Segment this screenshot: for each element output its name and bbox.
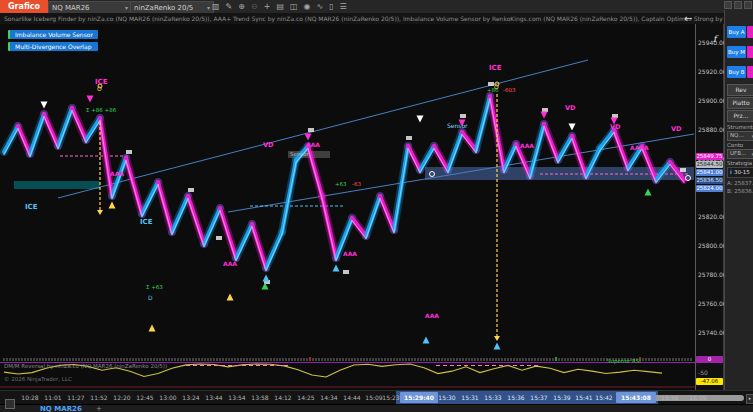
flatten-button[interactable]: Piatto: [727, 97, 753, 109]
back-arrow-icon[interactable]: ←: [684, 13, 692, 24]
legend-chip-imbalance[interactable]: Imbalance Volume Sensor: [8, 30, 98, 39]
time-tick-label: 15:56: [661, 394, 678, 401]
price-tick: 25940.00: [698, 39, 727, 46]
buy-button-market[interactable]: Buy M: [727, 46, 746, 58]
toolbar: Grafico NQ MAR26 ▾ ninZaRenko 20/5 ▾ ▥✎⊕…: [0, 0, 753, 14]
time-tick-label: 10:28: [21, 394, 38, 401]
legend-chip-divergence[interactable]: Multi-Divergence Overlap: [8, 42, 98, 51]
sell-signal-triangle: [417, 116, 424, 123]
osc-zero-marker: 0: [696, 356, 723, 363]
time-tick-label: 12:45: [136, 394, 153, 401]
downswing-ribbon: [158, 185, 172, 235]
price-marker: 25849.75: [696, 153, 723, 160]
chart-annotation: ICE: [489, 64, 502, 72]
price-axis[interactable]: f 25940.0025920.0025900.0025880.0025860.…: [696, 24, 724, 390]
upswing-ribbon: [236, 224, 252, 258]
chevron-down-icon: ▾: [125, 3, 128, 13]
time-tick-label: 14:44: [343, 394, 360, 401]
price-marker: 25841.00: [696, 169, 723, 176]
chart-annotation: VD: [565, 104, 576, 112]
chart-canvas[interactable]: ICEICEICEICEVDVDVDVDAAAAAAAAAAAAAAAAAAAA…: [0, 24, 696, 356]
upswing-ribbon: [266, 232, 282, 268]
time-tick-label: 13:44: [205, 394, 222, 401]
indicator-list-text: Sonarlike Iceberg Finder by ninZa.co (NQ…: [4, 15, 753, 22]
price-button[interactable]: Prz...: [727, 110, 753, 122]
sell-button-partial[interactable]: [747, 66, 753, 78]
camera-icon[interactable]: ◉: [304, 0, 311, 13]
price-flag: [542, 108, 548, 112]
upswing-ribbon: [30, 114, 44, 154]
price-flag: [406, 136, 412, 140]
atm-strategy-select[interactable]: i30-15: [727, 167, 753, 178]
buy-button-ask[interactable]: Buy A: [727, 26, 746, 38]
new-chart-icon[interactable]: ▤: [276, 0, 284, 13]
upswing-ribbon: [282, 163, 296, 235]
bottom-tab-bar: NQ MAR26 +: [0, 404, 753, 412]
crosshair-icon[interactable]: +: [264, 0, 271, 13]
chart-annotation: Σ +63: [146, 284, 163, 290]
price-tick: 25880.00: [698, 126, 727, 133]
oscillator-label: DM/M Reversal by ninZa.co (NQ MAR26 (nin…: [4, 363, 167, 369]
minimize-button[interactable]: [724, 1, 732, 9]
chart-annotation: -63: [352, 181, 361, 187]
tab-bar-corner-box[interactable]: [5, 399, 15, 409]
sell-button-partial[interactable]: [747, 26, 753, 38]
price-marker: 25836.50: [696, 177, 723, 184]
indicators-icon[interactable]: ∿: [316, 0, 323, 13]
time-tick-label: 15:09: [365, 394, 382, 401]
data-series-tab[interactable]: NQ MAR26: [36, 405, 86, 412]
zoom-out-icon[interactable]: ⊖: [251, 0, 258, 13]
maximize-button[interactable]: [734, 1, 742, 9]
sell-signal-triangle: [541, 112, 548, 119]
downswing-ribbon: [544, 124, 558, 160]
oscillator-panel[interactable]: DM/M Reversal by ninZa.co (NQ MAR26 (nin…: [0, 356, 696, 390]
buy-signal-triangle: [109, 202, 116, 209]
window-controls: [724, 1, 752, 9]
downswing-ribbon: [188, 196, 204, 244]
tab-grafico[interactable]: Grafico: [0, 0, 48, 13]
add-series-button[interactable]: +: [96, 405, 102, 412]
account-field-select[interactable]: UFB...▾: [727, 149, 753, 159]
zoom-in-icon[interactable]: ⊕: [238, 0, 245, 13]
scroll-right-arrow[interactable]: ▸: [746, 394, 753, 404]
downswing-ribbon: [220, 208, 236, 258]
chart-annotation: AAAA: [630, 144, 649, 151]
chart-annotation: ICE: [140, 218, 153, 226]
osc-value-marker: -47.06: [696, 378, 723, 385]
toolbar-icons: ▥✎⊕⊖+▤◫◉∿▯☰: [212, 0, 347, 13]
reverse-button[interactable]: Rev: [727, 84, 753, 96]
chart-annotation: AAA: [306, 141, 320, 148]
price-flag: [460, 114, 466, 118]
split-panels-icon[interactable]: ◫: [290, 0, 298, 13]
buy-signal-triangle: [333, 265, 340, 272]
sell-signal-triangle: [569, 124, 576, 131]
downswing-ribbon: [434, 146, 448, 170]
ninjatrader-chart-window: Grafico NQ MAR26 ▾ ninZaRenko 20/5 ▾ ▥✎⊕…: [0, 0, 753, 412]
upswing-ribbon: [394, 149, 408, 233]
sell-signal-triangle: [87, 96, 94, 103]
upswing-ribbon: [204, 211, 220, 247]
price-tick: 25820.00: [698, 213, 727, 220]
time-tick-label: 14:34: [320, 394, 337, 401]
draw-icon[interactable]: ✎: [226, 0, 233, 13]
copyright-text: © 2026 NinjaTrader, LLC: [4, 376, 72, 382]
instrument-value: NQ MAR26: [52, 3, 90, 13]
buy-button-bid[interactable]: Buy B: [727, 66, 746, 78]
chart-annotation: +63: [335, 181, 347, 187]
instrument-field-select[interactable]: NQ...▾: [727, 131, 753, 141]
sell-button-partial[interactable]: [747, 46, 753, 58]
properties-icon[interactable]: ☰: [340, 0, 347, 13]
chart-annotation: O: [494, 83, 499, 90]
upswing-ribbon: [142, 182, 158, 214]
buy-signal-triangle: [645, 189, 652, 196]
close-button[interactable]: [744, 1, 752, 9]
buy-signal-triangle: [227, 294, 234, 301]
time-tick-label: 13:58: [251, 394, 268, 401]
time-axis[interactable]: ▸ 10:2811:0111:2711:5212:2012:4513:0013:…: [0, 390, 753, 405]
chart-annotation: D: [148, 294, 153, 301]
objects-icon[interactable]: ▯: [329, 0, 333, 13]
time-marker-box: 15:29:40: [400, 392, 438, 403]
chart-style-icon[interactable]: ▥: [212, 0, 220, 13]
chevron-down-icon: ▾: [207, 3, 210, 13]
downswing-ribbon: [188, 199, 204, 247]
